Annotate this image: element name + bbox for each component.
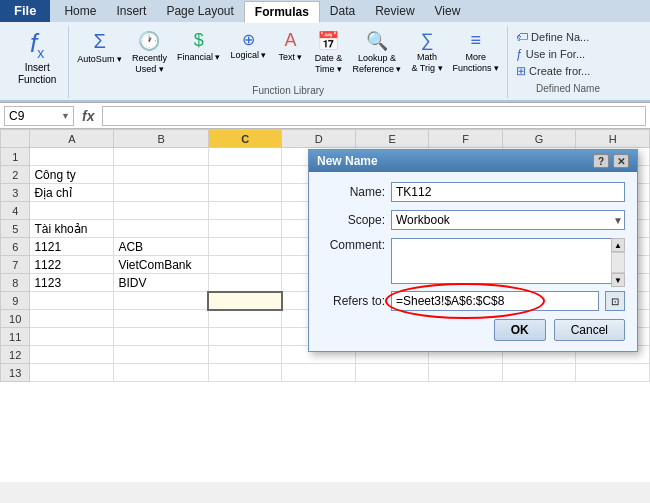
name-input[interactable] bbox=[391, 182, 625, 202]
refers-collapse-btn[interactable]: ⊡ bbox=[605, 291, 625, 311]
cell-a7[interactable]: 1122 bbox=[30, 256, 114, 274]
cell-b12[interactable] bbox=[114, 346, 209, 364]
scroll-up-btn[interactable]: ▲ bbox=[611, 238, 625, 252]
cell-a6[interactable]: 1121 bbox=[30, 238, 114, 256]
col-header-b[interactable]: B bbox=[114, 130, 209, 148]
cell-b11[interactable] bbox=[114, 328, 209, 346]
cell-c13[interactable] bbox=[208, 364, 282, 382]
cell-c7[interactable] bbox=[208, 256, 282, 274]
logical-icon: ⊕ bbox=[242, 30, 255, 49]
col-header-d[interactable]: D bbox=[282, 130, 356, 148]
cell-b7[interactable]: VietComBank bbox=[114, 256, 209, 274]
scroll-down-btn[interactable]: ▼ bbox=[611, 273, 625, 287]
cell-c12[interactable] bbox=[208, 346, 282, 364]
date-time-btn[interactable]: 📅 Date &Time ▾ bbox=[310, 28, 346, 77]
define-name-label: Define Na... bbox=[531, 31, 589, 43]
logical-btn[interactable]: ⊕ Logical ▾ bbox=[226, 28, 270, 63]
math-trig-btn[interactable]: ∑ Math& Trig ▾ bbox=[408, 28, 447, 76]
refers-input[interactable] bbox=[391, 291, 599, 311]
insert-function-btn[interactable]: fx InsertFunction bbox=[14, 28, 60, 88]
cell-b5[interactable] bbox=[114, 220, 209, 238]
tab-home[interactable]: Home bbox=[54, 0, 106, 22]
financial-btn[interactable]: $ Financial ▾ bbox=[173, 28, 225, 65]
text-btn[interactable]: A Text ▾ bbox=[272, 28, 308, 65]
autosum-btn[interactable]: Σ AutoSum ▾ bbox=[73, 28, 126, 67]
corner-header bbox=[1, 130, 30, 148]
tab-review[interactable]: Review bbox=[365, 0, 424, 22]
cell-a11[interactable] bbox=[30, 328, 114, 346]
file-tab[interactable]: File bbox=[0, 0, 50, 22]
insert-function-group: fx InsertFunction bbox=[6, 26, 69, 98]
cell-a3[interactable]: Địa chỉ bbox=[30, 184, 114, 202]
autosum-label: AutoSum ▾ bbox=[77, 54, 122, 65]
cell-b13[interactable] bbox=[114, 364, 209, 382]
cell-e13[interactable] bbox=[355, 364, 429, 382]
cell-b8[interactable]: BIDV bbox=[114, 274, 209, 292]
create-from-btn[interactable]: ⊞ Create fror... bbox=[516, 64, 620, 78]
col-header-c[interactable]: C bbox=[208, 130, 282, 148]
row-header-5: 5 bbox=[1, 220, 30, 238]
cell-a13[interactable] bbox=[30, 364, 114, 382]
comment-textarea[interactable] bbox=[391, 238, 625, 284]
col-header-h[interactable]: H bbox=[576, 130, 650, 148]
cell-a12[interactable] bbox=[30, 346, 114, 364]
col-header-g[interactable]: G bbox=[502, 130, 576, 148]
cell-c4[interactable] bbox=[208, 202, 282, 220]
dialog-help-btn[interactable]: ? bbox=[593, 154, 609, 168]
lookup-reference-btn[interactable]: 🔍 Lookup &Reference ▾ bbox=[348, 28, 405, 77]
cell-b1[interactable] bbox=[114, 148, 209, 166]
recently-used-btn[interactable]: 🕐 RecentlyUsed ▾ bbox=[128, 28, 171, 77]
tab-page-layout[interactable]: Page Layout bbox=[156, 0, 243, 22]
tag-icon: 🏷 bbox=[516, 30, 528, 44]
col-header-f[interactable]: F bbox=[429, 130, 503, 148]
cell-c1[interactable] bbox=[208, 148, 282, 166]
cell-c3[interactable] bbox=[208, 184, 282, 202]
cell-g13[interactable] bbox=[502, 364, 576, 382]
ribbon-content: fx InsertFunction Σ AutoSum ▾ 🕐 Recently… bbox=[0, 22, 650, 102]
more-icon: ≡ bbox=[471, 30, 482, 51]
cell-f13[interactable] bbox=[429, 364, 503, 382]
cell-b2[interactable] bbox=[114, 166, 209, 184]
cell-c5[interactable] bbox=[208, 220, 282, 238]
ok-button[interactable]: OK bbox=[494, 319, 546, 341]
name-box[interactable]: C9 ▼ bbox=[4, 106, 74, 126]
name-box-arrow[interactable]: ▼ bbox=[61, 111, 70, 121]
cell-c11[interactable] bbox=[208, 328, 282, 346]
cell-b9[interactable] bbox=[114, 292, 209, 310]
cell-a10[interactable] bbox=[30, 310, 114, 328]
dialog-title: New Name bbox=[317, 154, 378, 168]
more-functions-btn[interactable]: ≡ MoreFunctions ▾ bbox=[449, 28, 504, 76]
use-in-formula-btn[interactable]: ƒ Use in For... bbox=[516, 47, 620, 61]
cell-a1[interactable] bbox=[30, 148, 114, 166]
cell-b3[interactable] bbox=[114, 184, 209, 202]
cell-c9[interactable] bbox=[208, 292, 282, 310]
dialog-close-btn[interactable]: ✕ bbox=[613, 154, 629, 168]
cell-reference-input[interactable]: C9 bbox=[9, 109, 57, 123]
cell-b10[interactable] bbox=[114, 310, 209, 328]
tab-view[interactable]: View bbox=[425, 0, 471, 22]
tab-data[interactable]: Data bbox=[320, 0, 365, 22]
cell-b4[interactable] bbox=[114, 202, 209, 220]
cancel-button[interactable]: Cancel bbox=[554, 319, 625, 341]
cell-b6[interactable]: ACB bbox=[114, 238, 209, 256]
cell-a5[interactable]: Tài khoản bbox=[30, 220, 114, 238]
tab-formulas[interactable]: Formulas bbox=[244, 1, 320, 23]
col-header-a[interactable]: A bbox=[30, 130, 114, 148]
cell-d13[interactable] bbox=[282, 364, 356, 382]
tab-insert[interactable]: Insert bbox=[106, 0, 156, 22]
cell-a2[interactable]: Công ty bbox=[30, 166, 114, 184]
scope-select[interactable]: Workbook Sheet1 Sheet2 Sheet3 bbox=[391, 210, 625, 230]
cell-h13[interactable] bbox=[576, 364, 650, 382]
cell-c2[interactable] bbox=[208, 166, 282, 184]
col-header-e[interactable]: E bbox=[355, 130, 429, 148]
cell-a4[interactable] bbox=[30, 202, 114, 220]
defined-names-group-label: Defined Name bbox=[516, 83, 620, 94]
cell-a8[interactable]: 1123 bbox=[30, 274, 114, 292]
cell-c10[interactable] bbox=[208, 310, 282, 328]
formula-input[interactable] bbox=[102, 106, 646, 126]
cell-c6[interactable] bbox=[208, 238, 282, 256]
cell-c8[interactable] bbox=[208, 274, 282, 292]
cell-a9[interactable] bbox=[30, 292, 114, 310]
define-name-btn[interactable]: 🏷 Define Na... bbox=[516, 30, 620, 44]
fx-button[interactable]: fx bbox=[78, 108, 98, 124]
